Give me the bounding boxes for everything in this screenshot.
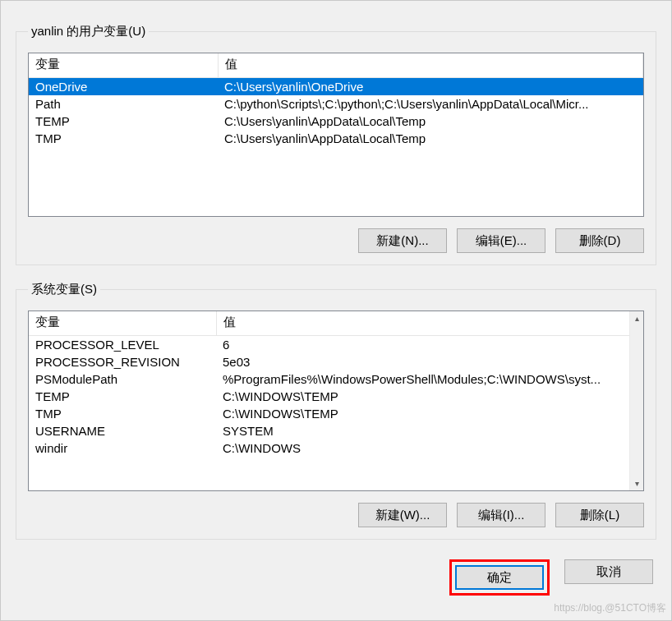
dialog-button-row: 确定 取消	[1, 550, 671, 609]
user-header-variable[interactable]: 变量	[29, 53, 218, 78]
cell-val: C:\Users\yanlin\AppData\Local\Temp	[218, 113, 643, 130]
system-new-button[interactable]: 新建(W)...	[358, 503, 447, 527]
cancel-button[interactable]: 取消	[564, 559, 653, 584]
system-button-row: 新建(W)... 编辑(I)... 删除(L)	[28, 503, 644, 527]
cell-var: OneDrive	[29, 78, 218, 96]
system-header-variable[interactable]: 变量	[29, 311, 216, 336]
cell-var: Path	[29, 95, 218, 113]
env-vars-dialog: yanlin 的用户变量(U) 变量 值 OneDrive C:\Users\y…	[0, 0, 672, 621]
cell-var: TEMP	[29, 388, 216, 405]
table-row[interactable]: OneDrive C:\Users\yanlin\OneDrive	[29, 78, 643, 96]
table-row[interactable]: TMP C:\WINDOWS\TEMP	[29, 405, 643, 422]
user-button-row: 新建(N)... 编辑(E)... 删除(D)	[28, 228, 644, 253]
table-row[interactable]: windir C:\WINDOWS	[29, 439, 643, 457]
ok-highlight-box: 确定	[449, 559, 550, 596]
cell-var: USERNAME	[29, 422, 216, 439]
user-delete-button[interactable]: 删除(D)	[555, 228, 644, 253]
cell-val: C:\WINDOWS\TEMP	[216, 405, 643, 422]
table-row[interactable]: Path C:\python\Scripts\;C:\python\;C:\Us…	[29, 95, 643, 113]
table-row[interactable]: TMP C:\Users\yanlin\AppData\Local\Temp	[29, 130, 643, 147]
table-row[interactable]: TEMP C:\Users\yanlin\AppData\Local\Temp	[29, 113, 643, 130]
user-vars-legend: yanlin 的用户变量(U)	[28, 24, 149, 39]
system-listbox-wrap: 变量 值 PROCESSOR_LEVEL 6 PROCESSOR_REVISIO…	[28, 310, 644, 491]
cell-var: windir	[29, 439, 216, 457]
cell-var: PROCESSOR_REVISION	[29, 353, 216, 370]
cell-val: 5e03	[216, 353, 643, 370]
table-row[interactable]: PROCESSOR_LEVEL 6	[29, 336, 643, 354]
cell-var: PROCESSOR_LEVEL	[29, 336, 216, 354]
user-vars-listbox[interactable]: 变量 值 OneDrive C:\Users\yanlin\OneDrive P…	[28, 53, 644, 217]
cell-val: %ProgramFiles%\WindowsPowerShell\Modules…	[216, 370, 643, 388]
table-row[interactable]: TEMP C:\WINDOWS\TEMP	[29, 388, 643, 405]
cell-val: C:\python\Scripts\;C:\python\;C:\Users\y…	[218, 95, 643, 113]
system-header-value[interactable]: 值	[216, 311, 643, 336]
cell-var: TMP	[29, 130, 218, 147]
cell-val: 6	[216, 336, 643, 354]
cell-val: C:\Users\yanlin\AppData\Local\Temp	[218, 130, 643, 147]
table-row[interactable]: PROCESSOR_REVISION 5e03	[29, 353, 643, 370]
cell-var: TEMP	[29, 113, 218, 130]
scroll-up-icon[interactable]: ▴	[630, 311, 643, 325]
table-row[interactable]: USERNAME SYSTEM	[29, 422, 643, 439]
system-delete-button[interactable]: 删除(L)	[555, 503, 644, 527]
user-vars-table: 变量 值 OneDrive C:\Users\yanlin\OneDrive P…	[29, 53, 643, 147]
cell-val: SYSTEM	[216, 422, 643, 439]
ok-button[interactable]: 确定	[455, 565, 544, 590]
system-edit-button[interactable]: 编辑(I)...	[457, 503, 545, 527]
user-new-button[interactable]: 新建(N)...	[358, 228, 447, 253]
cell-val: C:\WINDOWS	[216, 439, 643, 457]
system-vars-legend: 系统变量(S)	[28, 282, 100, 297]
table-row[interactable]: PSModulePath %ProgramFiles%\WindowsPower…	[29, 370, 643, 388]
cell-var: TMP	[29, 405, 216, 422]
cell-val: C:\Users\yanlin\OneDrive	[218, 78, 643, 96]
user-header-value[interactable]: 值	[218, 53, 643, 78]
system-vars-table: 变量 值 PROCESSOR_LEVEL 6 PROCESSOR_REVISIO…	[29, 311, 643, 457]
scroll-down-icon[interactable]: ▾	[630, 476, 643, 490]
user-vars-group: yanlin 的用户变量(U) 变量 值 OneDrive C:\Users\y…	[16, 24, 656, 265]
system-vars-group: 系统变量(S) 变量 值 PROCESSOR_LEVEL 6	[16, 282, 656, 540]
user-edit-button[interactable]: 编辑(E)...	[457, 228, 545, 253]
cell-val: C:\WINDOWS\TEMP	[216, 388, 643, 405]
cell-var: PSModulePath	[29, 370, 216, 388]
system-vars-listbox[interactable]: 变量 值 PROCESSOR_LEVEL 6 PROCESSOR_REVISIO…	[28, 310, 644, 491]
system-scrollbar[interactable]: ▴ ▾	[629, 311, 643, 490]
